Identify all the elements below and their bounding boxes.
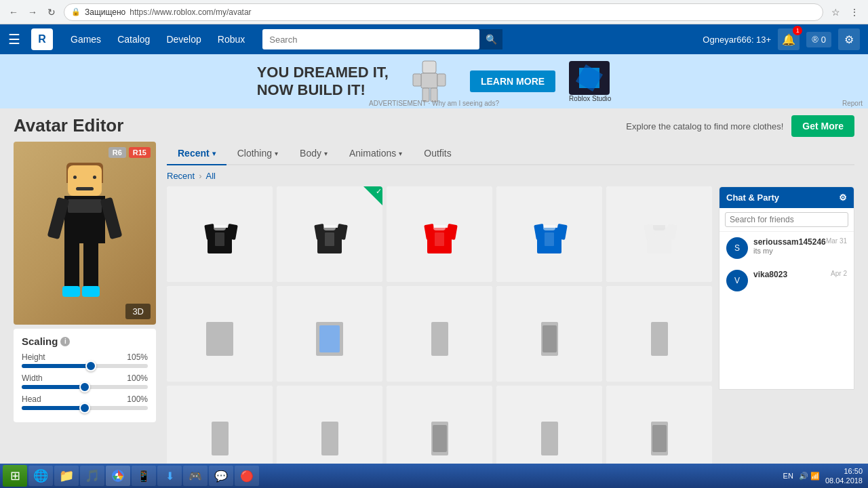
width-slider-thumb[interactable] [79,382,90,392]
avatar-figure [44,159,125,308]
head-slider-thumb[interactable] [79,403,90,413]
chat-item[interactable]: S serioussam145246 its my Mar 31 [719,232,854,264]
height-slider-thumb[interactable] [85,361,96,371]
breadcrumb-separator: › [199,171,201,181]
learn-more-button[interactable]: LEARN MORE [470,70,555,92]
taskbar-nox[interactable]: 📱 [132,466,156,486]
left-panel: Avatar Editor R6 R15 [14,115,156,481]
chat-info: vika8023 [753,270,825,279]
height-slider-track[interactable] [22,364,148,368]
search-area: 🔍 [262,29,692,49]
develop-link[interactable]: Develop [159,30,208,49]
item-thumbnail [496,286,602,382]
roblox-logo[interactable]: R [31,28,53,50]
ad-text: YOU DREAMED IT, NOW BUILD IT! [257,64,389,100]
item-card[interactable]: Man Torso [277,286,382,382]
tab-bar: Recent ▾ Clothing ▾ Body ▾ Animations ▾ … [167,142,854,165]
breadcrumb: Recent › All [167,171,854,181]
chat-avatar: S [726,237,748,259]
right-header: Explore the catalog to find more clothes… [167,115,854,137]
taskbar-explorer[interactable]: 📁 [54,466,79,486]
refresh-button[interactable]: ↻ [43,4,60,20]
taskbar-steam[interactable]: 🎮 [183,466,208,486]
width-label: Width [22,373,43,383]
chevron-down-icon: ▾ [324,150,328,157]
url-text: https://www.roblox.com/my/avatar [130,7,251,17]
star-button[interactable]: ☆ [827,4,844,20]
taskbar-utorrent[interactable]: ⬇ [157,466,182,486]
taskbar-chrome[interactable] [106,466,130,486]
robux-button[interactable]: ® 0 [806,32,831,47]
robux-link[interactable]: Robux [211,30,252,49]
notifications-button[interactable]: 🔔 1 [778,28,800,50]
chat-avatar: V [726,270,748,291]
notification-badge: 1 [793,26,802,35]
search-button[interactable]: 🔍 [479,29,502,49]
head-slider-track[interactable] [22,406,148,410]
scaling-title: Scaling i [22,336,148,347]
item-card[interactable]: ROBLOX Boy To... [167,286,273,382]
width-slider-track[interactable] [22,385,148,389]
roblox-studio-logo [569,61,610,95]
get-more-text: Explore the catalog to find more clothes… [626,121,783,131]
search-input[interactable] [262,29,479,49]
breadcrumb-recent[interactable]: Recent [167,171,195,181]
games-link[interactable]: Games [64,30,108,49]
back-button[interactable]: ← [5,4,22,20]
r15-badge: R15 [129,147,151,158]
taskbar-clock: 16:50 08.04.2018 [825,466,863,486]
taskbar-ie[interactable]: 🌐 [28,466,53,486]
right-panel: Explore the catalog to find more clothes… [167,115,854,481]
info-icon[interactable]: i [60,337,70,346]
item-card[interactable]: ROBLOX Boy Le... [387,286,492,382]
tab-animations[interactable]: Animations ▾ [338,142,413,165]
tab-recent[interactable]: Recent ▾ [167,142,226,165]
chat-settings-icon[interactable]: ⚙ [839,192,847,203]
menu-button[interactable]: ⋮ [846,4,863,20]
taskbar-discord[interactable]: 💬 [209,466,233,486]
height-slider-fill [22,364,91,368]
start-button[interactable]: ⊞ [3,465,27,487]
item-card[interactable]: Red adidas [387,186,492,282]
address-bar[interactable]: 🔒 Защищено https://www.roblox.com/my/ava… [64,3,823,21]
username-label: Ogneyar666: 13+ [703,35,771,45]
item-card[interactable]: wHVtlPPkYg4 (1) [167,186,273,282]
taskbar-right: EN 🔊 📶 16:50 08.04.2018 [783,466,865,486]
item-thumbnail [167,286,273,382]
page-title: Avatar Editor [14,115,156,136]
item-card[interactable]: Man Left Leg [496,286,602,382]
settings-button[interactable]: ⚙ [838,28,860,50]
hamburger-menu-icon[interactable]: ☰ [8,31,20,47]
robux-icon: ® [812,35,818,45]
breadcrumb-all[interactable]: All [206,171,216,181]
item-card[interactable]: Adidas white [606,186,712,282]
tab-outfits[interactable]: Outfits [413,142,462,165]
get-more-button[interactable]: Get More [791,115,854,137]
forward-button[interactable]: → [24,4,41,20]
catalog-link[interactable]: Catalog [111,30,157,49]
chat-item[interactable]: V vika8023 Apr 2 [719,264,854,297]
taskbar: ⊞ 🌐 📁 🎵 📱 ⬇ 🎮 💬 🔴 EN 🔊 📶 16:50 08.04.201… [0,464,868,488]
taskbar-red[interactable]: 🔴 [235,466,259,486]
head-value: 100% [127,394,148,404]
main-content: Avatar Editor R6 R15 [0,108,868,488]
3d-toggle-button[interactable]: 3D [125,304,151,319]
security-label: Защищено [85,7,125,17]
ad-banner: YOU DREAMED IT, NOW BUILD IT! LEARN MORE… [0,54,868,108]
item-card[interactable]: Blue adidas [496,186,602,282]
nav-right: Ogneyar666: 13+ 🔔 1 ® 0 ⚙ [703,28,860,50]
tab-body[interactable]: Body ▾ [289,142,338,165]
tab-clothing[interactable]: Clothing ▾ [226,142,289,165]
chat-info: serioussam145246 its my [753,237,821,255]
taskbar-lang: EN [783,472,793,480]
taskbar-media[interactable]: 🎵 [80,466,104,486]
ad-report-link[interactable]: Report [842,100,863,107]
browser-action-buttons: ☆ ⋮ [827,4,863,20]
item-card[interactable]: ROBLOX Boy Ri... [606,286,712,382]
nav-links: Games Catalog Develop Robux [64,30,252,49]
roblox-studio-label: Roblox Studio [569,95,611,102]
r6-badge: R6 [108,147,126,158]
item-card[interactable]: ✓ wHVtlPPkYg4 [277,186,382,282]
chat-search-input[interactable] [725,212,848,227]
ad-disclaimer: ADVERTISEMENT · Why am I seeing ads? [369,100,499,107]
